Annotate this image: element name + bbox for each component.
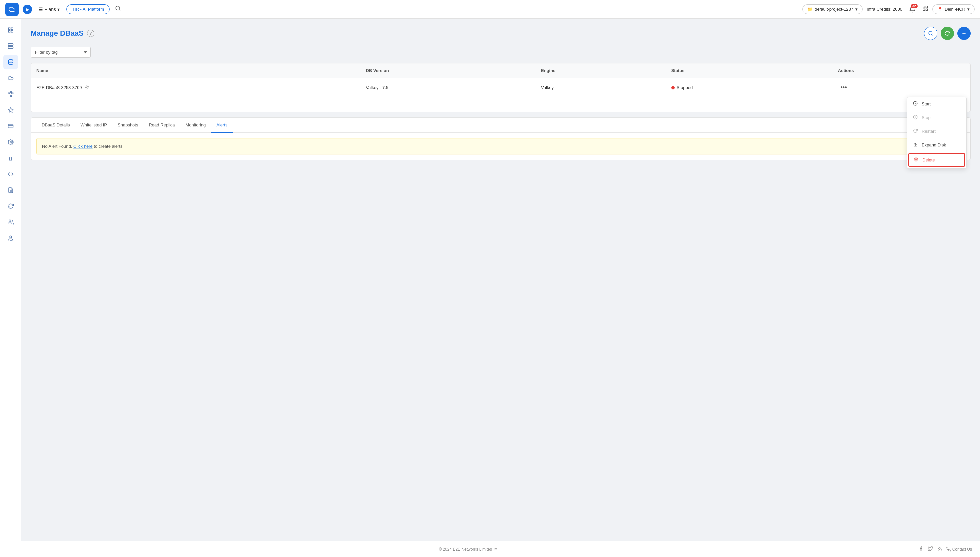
sidebar-item-team[interactable]	[3, 215, 18, 230]
svg-rect-5	[926, 9, 927, 11]
notifications-button[interactable]: 32	[906, 3, 918, 15]
footer-copyright: © 2024 E2E Networks Limited ™	[439, 547, 497, 552]
refresh-action-button[interactable]	[941, 27, 954, 40]
svg-rect-24	[8, 124, 13, 128]
topnav: ▶ ☰ Plans ▾ TIR - AI Platform 📁 default-…	[0, 0, 980, 19]
sidebar-item-refresh[interactable]	[3, 199, 18, 213]
contact-us-link[interactable]: Contact Us	[946, 547, 972, 552]
delete-label: Delete	[922, 158, 935, 163]
dbaas-table-container: Name DB Version Engine Status Actions E2…	[31, 63, 971, 112]
project-selector[interactable]: 📁 default-project-1287 ▾	[802, 4, 863, 14]
sidebar-item-deployments[interactable]	[3, 103, 18, 117]
footer-social: Contact Us	[918, 546, 972, 553]
create-alert-link[interactable]: Click here	[73, 144, 92, 149]
col-engine: Engine	[535, 64, 666, 78]
cell-actions: •••	[833, 78, 970, 98]
svg-line-34	[932, 34, 933, 35]
sidebar-item-network[interactable]	[3, 87, 18, 101]
svg-point-26	[10, 142, 11, 143]
dropdown-item-stop: Stop	[907, 111, 966, 124]
svg-rect-15	[8, 93, 10, 94]
infra-credits: Infra Credits: 2000	[866, 7, 902, 12]
region-chevron-icon: ▾	[967, 7, 970, 12]
dropdown-item-delete[interactable]: Delete	[908, 153, 965, 167]
svg-point-44	[938, 550, 938, 550]
rss-icon[interactable]	[937, 546, 942, 553]
sidebar-item-documents[interactable]	[3, 183, 18, 197]
svg-marker-23	[8, 108, 13, 112]
svg-rect-17	[10, 92, 11, 93]
sidebar-item-cloud[interactable]	[3, 71, 18, 85]
region-selector[interactable]: 📍 Delhi-NCR ▾	[932, 4, 975, 14]
tab-alerts[interactable]: Alerts	[211, 118, 233, 133]
footer: Legal © 2024 E2E Networks Limited ™ Cont…	[0, 541, 980, 557]
sidebar-item-billing[interactable]	[3, 119, 18, 134]
sidebar-item-servers[interactable]	[3, 39, 18, 53]
cell-name: E2E-DBaaS-3258-3709	[31, 78, 360, 98]
svg-point-33	[929, 31, 932, 35]
filter-by-tag-select[interactable]: Filter by tag	[31, 47, 91, 58]
cell-engine: Valkey	[535, 78, 666, 98]
svg-point-29	[9, 220, 11, 222]
search-action-button[interactable]	[924, 27, 937, 40]
dropdown-item-start[interactable]: Start	[907, 97, 966, 111]
svg-rect-10	[8, 44, 13, 46]
actions-dropdown-menu: Start Stop Restart Expand Disk	[907, 97, 967, 168]
dropdown-item-expand-disk[interactable]: Expand Disk	[907, 138, 966, 152]
project-folder-icon: 📁	[807, 7, 813, 12]
sidebar-item-settings[interactable]	[3, 135, 18, 150]
nav-expand-button[interactable]: ▶	[23, 5, 32, 14]
svg-marker-37	[85, 85, 89, 89]
sidebar: {}	[0, 19, 21, 557]
apps-grid-button[interactable]	[922, 5, 928, 13]
svg-rect-11	[8, 47, 13, 49]
stop-icon	[912, 115, 918, 121]
sidebar-item-pipelines[interactable]	[3, 167, 18, 181]
tab-snapshots[interactable]: Snapshots	[112, 118, 143, 133]
actions-menu-button[interactable]: •••	[838, 83, 850, 93]
plans-button[interactable]: ☰ Plans ▾	[36, 5, 62, 13]
tab-whitelisted-ip[interactable]: Whitelisted IP	[75, 118, 112, 133]
plans-label: Plans	[44, 7, 56, 12]
region-label: Delhi-NCR	[945, 7, 965, 12]
logo-icon[interactable]	[5, 3, 19, 16]
sidebar-item-api[interactable]: {}	[3, 151, 18, 165]
no-alert-text: No Alert Found.	[42, 144, 73, 149]
twitter-icon[interactable]	[928, 546, 933, 553]
help-icon[interactable]: ?	[87, 30, 94, 37]
search-button[interactable]	[115, 5, 121, 13]
svg-rect-4	[923, 9, 925, 11]
tab-read-replica[interactable]: Read Replica	[143, 118, 180, 133]
tab-content-alerts: No Alert Found. Click here to create ale…	[31, 133, 970, 160]
status-text: Stopped	[677, 85, 693, 90]
db-copy-icon[interactable]	[85, 85, 89, 90]
expand-disk-label: Expand Disk	[922, 142, 946, 147]
col-name: Name	[31, 64, 360, 78]
svg-rect-3	[926, 6, 927, 8]
notification-badge: 32	[911, 4, 918, 8]
restart-label: Restart	[922, 129, 936, 134]
svg-point-38	[913, 101, 917, 106]
svg-rect-2	[923, 6, 925, 8]
svg-rect-18	[10, 96, 11, 97]
pagination-row: Items per pa ‹ ›	[31, 97, 970, 112]
no-alert-message: No Alert Found. Click here to create ale…	[36, 138, 965, 155]
project-label: default-project-1287	[815, 7, 853, 12]
filter-row: Filter by tag	[31, 47, 971, 58]
sidebar-item-users[interactable]	[3, 231, 18, 246]
expand-disk-icon	[912, 142, 918, 148]
tab-monitoring[interactable]: Monitoring	[180, 118, 211, 133]
col-status: Status	[666, 64, 833, 78]
sidebar-item-database[interactable]	[3, 55, 18, 69]
cell-status: Stopped	[666, 78, 833, 98]
project-chevron-icon: ▾	[855, 7, 858, 12]
facebook-icon[interactable]	[918, 546, 924, 553]
tab-dbaas-details[interactable]: DBaaS Details	[36, 118, 75, 133]
start-icon	[912, 101, 918, 107]
svg-point-14	[8, 60, 13, 61]
page-header: Manage DBaaS ?	[31, 27, 971, 40]
tir-platform-button[interactable]: TIR - AI Platform	[67, 4, 110, 14]
add-action-button[interactable]	[957, 27, 971, 40]
db-name-text: E2E-DBaaS-3258-3709	[36, 85, 82, 90]
sidebar-item-dashboard[interactable]	[3, 23, 18, 37]
